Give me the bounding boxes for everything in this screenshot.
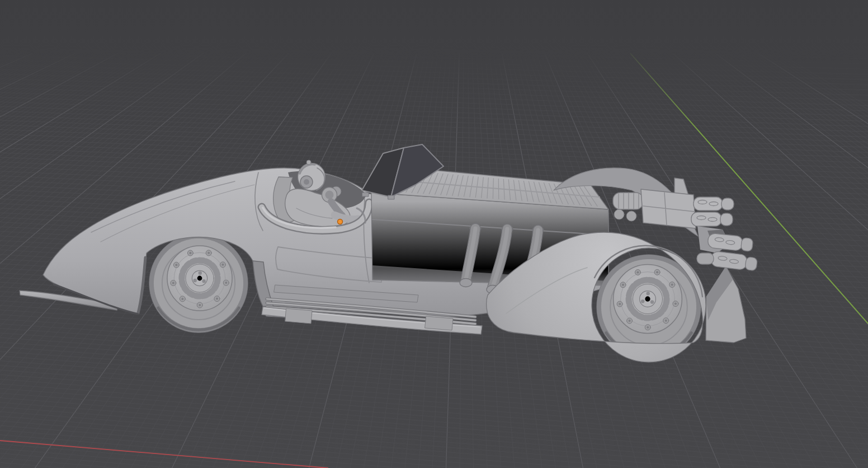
sill-block-left [285,308,312,324]
3d-viewport[interactable] [0,0,868,468]
gun-peg-b [626,211,636,221]
helmet-nub [306,160,311,165]
rear-wheel [149,234,248,333]
gun-peg-a [614,209,624,219]
windshield-hinge-left [362,193,369,196]
scene-canvas [0,0,868,468]
headphone-cup-center [304,179,309,185]
gun-barrel-upper-1 [694,197,734,210]
windshield-hinge-right [388,195,394,199]
sill-block-right [425,316,453,330]
gun-lower-stub [697,253,714,264]
breathing-mask-filter [326,191,334,199]
origin-point[interactable] [338,219,343,224]
gun-barrel-upper-2 [691,212,733,226]
